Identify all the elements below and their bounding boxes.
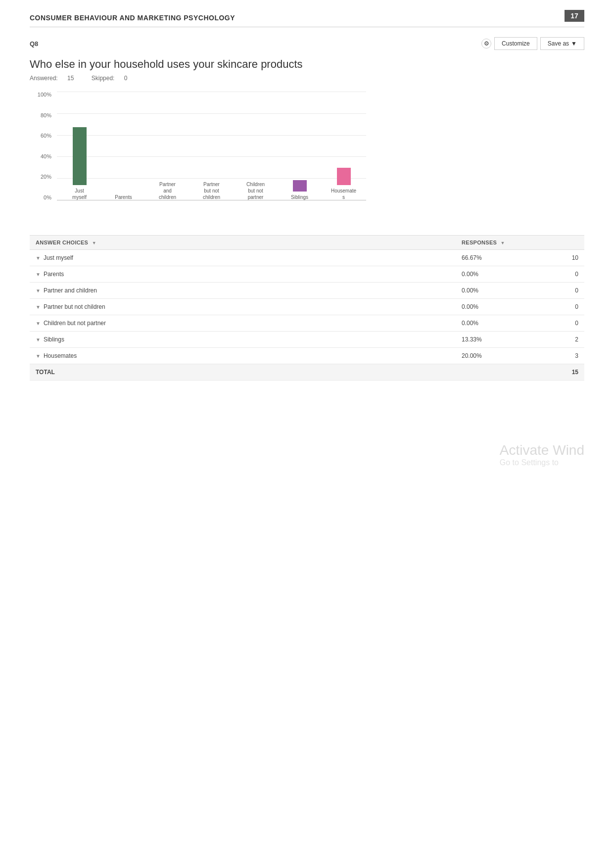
response-pct-cell: 0.00%: [456, 315, 535, 332]
col-responses-header: RESPONSES ▼: [456, 236, 535, 250]
response-count-cell: 3: [535, 348, 584, 364]
col-count-header: [535, 236, 584, 250]
answer-cell: ▼Parents: [30, 266, 456, 283]
response-pct-cell: 0.00%: [456, 266, 535, 283]
table-row: ▼Children but not partner0.00%0: [30, 315, 584, 332]
bar-group: Children but not partner: [238, 179, 273, 200]
row-dropdown-icon[interactable]: ▼: [36, 272, 41, 277]
col-answer-choices-header: ANSWER CHOICES ▼: [30, 236, 456, 250]
row-dropdown-icon[interactable]: ▼: [36, 255, 41, 261]
answer-cell: ▼Partner but not children: [30, 299, 456, 315]
row-dropdown-icon[interactable]: ▼: [36, 321, 41, 326]
answer-choices-sort-icon[interactable]: ▼: [92, 241, 96, 245]
question-meta: Answered: 15 Skipped: 0: [30, 75, 584, 82]
bar-group: Partner but not children: [194, 179, 229, 200]
row-dropdown-icon[interactable]: ▼: [36, 288, 41, 293]
response-count-cell: 10: [535, 250, 584, 266]
answer-cell: ▼Children but not partner: [30, 315, 456, 332]
response-pct-cell: 66.67%: [456, 250, 535, 266]
bar: [293, 180, 307, 192]
gear-icon[interactable]: ⚙: [481, 39, 491, 48]
y-axis-label: 0%: [44, 194, 51, 200]
question-title: Who else in your household uses your ski…: [30, 58, 584, 71]
table-row: ▼Housemates20.00%3: [30, 348, 584, 364]
answer-cell: ▼Just myself: [30, 250, 456, 266]
bar-label: Siblings: [291, 194, 308, 200]
bar-group: Siblings: [282, 180, 317, 200]
page: CONSUMER BEHAVIOUR AND MARKETING PSYCHOL…: [0, 0, 614, 868]
bar-group: Housemate s: [326, 168, 361, 200]
table-row: ▼Partner and children0.00%0: [30, 283, 584, 299]
bar: [337, 168, 351, 185]
question-header: Q8 ⚙ Customize Save as ▼: [30, 37, 584, 50]
bar-group: Parents: [106, 192, 141, 200]
bar-group: Partner and children: [150, 179, 185, 200]
row-dropdown-icon[interactable]: ▼: [36, 337, 41, 342]
total-count: 15: [535, 364, 584, 381]
data-table: ANSWER CHOICES ▼ RESPONSES ▼ ▼Just mysel…: [30, 235, 584, 381]
bar-label: Housemate s: [331, 188, 356, 200]
toolbar: ⚙ Customize Save as ▼: [481, 37, 584, 50]
question-label: Q8: [30, 40, 38, 48]
chart-container: 100%80%60%40%20%0% Just myselfParentsPar…: [30, 92, 366, 220]
table-row: ▼Partner but not children0.00%0: [30, 299, 584, 315]
page-header: CONSUMER BEHAVIOUR AND MARKETING PSYCHOL…: [30, 10, 584, 27]
y-axis-label: 60%: [41, 133, 51, 139]
table-row: ▼Siblings13.33%2: [30, 332, 584, 348]
response-pct-cell: 20.00%: [456, 348, 535, 364]
bar: [73, 127, 87, 185]
bar-label: Children but not partner: [246, 181, 265, 200]
response-count-cell: 0: [535, 299, 584, 315]
bars-row: Just myselfParentsPartner and childrenPa…: [57, 92, 366, 200]
y-axis-label: 40%: [41, 153, 51, 159]
chart-y-axis: 100%80%60%40%20%0%: [30, 92, 54, 200]
save-as-button[interactable]: Save as ▼: [540, 37, 584, 50]
response-count-cell: 0: [535, 266, 584, 283]
chart-area: Just myselfParentsPartner and childrenPa…: [57, 92, 366, 220]
page-title: CONSUMER BEHAVIOUR AND MARKETING PSYCHOL…: [30, 10, 235, 22]
table-body: ▼Just myself66.67%10▼Parents0.00%0▼Partn…: [30, 250, 584, 364]
save-dropdown-arrow-icon: ▼: [571, 40, 577, 47]
table-row: ▼Parents0.00%0: [30, 266, 584, 283]
response-pct-cell: 0.00%: [456, 283, 535, 299]
skipped-label: Skipped: 0: [92, 75, 136, 82]
customize-button[interactable]: Customize: [494, 37, 537, 50]
response-count-cell: 0: [535, 283, 584, 299]
response-count-cell: 2: [535, 332, 584, 348]
response-count-cell: 0: [535, 315, 584, 332]
bar-label: Partner and children: [159, 181, 176, 200]
bar-label: Partner but not children: [203, 181, 220, 200]
responses-sort-icon[interactable]: ▼: [501, 241, 505, 245]
y-axis-label: 20%: [41, 174, 51, 180]
answered-label: Answered: 15: [30, 75, 84, 82]
bar-label: Parents: [115, 194, 132, 200]
answer-cell: ▼Siblings: [30, 332, 456, 348]
y-axis-label: 80%: [41, 112, 51, 118]
total-responses: [456, 364, 535, 381]
answer-cell: ▼Housemates: [30, 348, 456, 364]
bar-group: Just myself: [62, 127, 97, 200]
total-row: TOTAL 15: [30, 364, 584, 381]
total-label: TOTAL: [30, 364, 456, 381]
row-dropdown-icon[interactable]: ▼: [36, 353, 41, 359]
response-pct-cell: 13.33%: [456, 332, 535, 348]
activate-watermark: Activate Wind Go to Settings to: [500, 442, 584, 467]
answer-cell: ▼Partner and children: [30, 283, 456, 299]
table-row: ▼Just myself66.67%10: [30, 250, 584, 266]
y-axis-label: 100%: [38, 92, 51, 97]
response-pct-cell: 0.00%: [456, 299, 535, 315]
page-number-badge: 17: [565, 10, 584, 22]
bar-label: Just myself: [72, 188, 87, 200]
row-dropdown-icon[interactable]: ▼: [36, 304, 41, 310]
